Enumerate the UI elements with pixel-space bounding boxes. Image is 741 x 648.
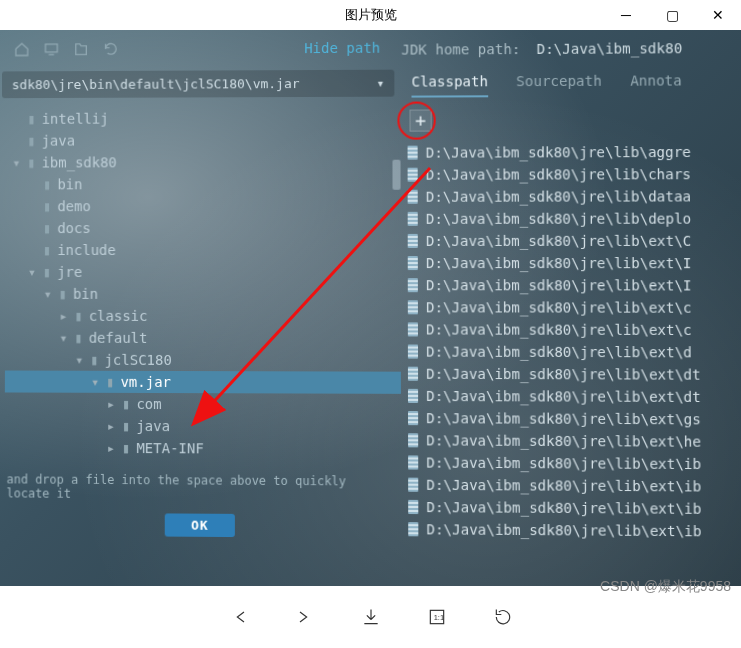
tree-item[interactable]: ▾▮jclSC180: [5, 349, 401, 372]
classpath-entry[interactable]: D:\Java\ibm_sdk80\jre\lib\ext\C: [408, 230, 741, 252]
classpath-text: D:\Java\ibm_sdk80\jre\lib\ext\C: [426, 230, 692, 252]
window-titlebar: 图片预览 ─ ▢ ✕: [0, 0, 741, 30]
classpath-text: D:\Java\ibm_sdk80\jre\lib\ext\ib: [426, 496, 701, 520]
tree-item[interactable]: ▮include: [5, 239, 400, 261]
tree-item[interactable]: ▮java: [6, 129, 401, 152]
refresh-icon[interactable]: [103, 41, 119, 57]
actual-size-icon[interactable]: 1:1: [427, 607, 447, 627]
tree-item[interactable]: ▮bin: [6, 173, 401, 196]
jdk-home-label: JDK home path:: [401, 41, 520, 58]
scrollbar[interactable]: [392, 160, 400, 190]
jar-icon: [408, 522, 418, 536]
classpath-entry[interactable]: D:\Java\ibm_sdk80\jre\lib\ext\ib: [408, 474, 741, 498]
path-dropdown-icon[interactable]: ▾: [376, 76, 384, 91]
jdk-home-value: D:\Java\ibm_sdk80: [537, 40, 683, 57]
jar-icon: [408, 455, 418, 469]
tree-item-selected[interactable]: ▾▮vm.jar: [5, 371, 401, 394]
classpath-entry[interactable]: D:\Java\ibm_sdk80\jre\lib\ext\ib: [408, 518, 741, 543]
next-icon[interactable]: [295, 607, 315, 627]
jar-icon: [408, 212, 418, 226]
classpath-entry[interactable]: D:\Java\ibm_sdk80\jre\lib\ext\he: [408, 429, 741, 453]
classpath-text: D:\Java\ibm_sdk80\jre\lib\deplo: [426, 208, 692, 230]
tree-item[interactable]: ▾▮default: [5, 327, 401, 350]
folder-icon: ▮: [74, 305, 82, 327]
chevron-icon: ▾: [27, 261, 37, 283]
jar-icon: [408, 256, 418, 270]
file-tree[interactable]: ▮intellij ▮java▾▮ibm_sdk80 ▮bin ▮demo ▮d…: [1, 107, 401, 461]
tree-item-label: bin: [57, 173, 82, 195]
classpath-entry[interactable]: D:\Java\ibm_sdk80\jre\lib\ext\dt: [408, 363, 741, 386]
folder-icon: ▮: [43, 173, 51, 195]
tree-item[interactable]: ▸▮META-INF: [5, 436, 401, 460]
tab-sourcepath[interactable]: Sourcepath: [516, 73, 602, 97]
tree-item-label: META-INF: [136, 437, 203, 460]
folder-icon: ▮: [43, 217, 51, 239]
tree-item-label: vm.jar: [120, 371, 170, 394]
classpath-entry[interactable]: D:\Java\ibm_sdk80\jre\lib\ext\c: [408, 318, 741, 341]
tree-item[interactable]: ▮intellij: [6, 107, 401, 130]
classpath-entry[interactable]: D:\Java\ibm_sdk80\jre\lib\aggre: [408, 141, 741, 164]
chevron-icon: ▾: [12, 151, 22, 173]
classpath-entry[interactable]: D:\Java\ibm_sdk80\jre\lib\ext\ib: [408, 451, 741, 475]
tab-annotations[interactable]: Annota: [630, 72, 682, 96]
classpath-text: D:\Java\ibm_sdk80\jre\lib\ext\ib: [426, 451, 701, 475]
tree-item-label: java: [42, 129, 75, 151]
classpath-entry[interactable]: D:\Java\ibm_sdk80\jre\lib\ext\dt: [408, 385, 741, 408]
classpath-entry[interactable]: D:\Java\ibm_sdk80\jre\lib\ext\d: [408, 340, 741, 363]
classpath-list[interactable]: D:\Java\ibm_sdk80\jre\lib\aggreD:\Java\i…: [402, 139, 741, 543]
tree-item[interactable]: ▮demo: [5, 195, 400, 217]
tree-item[interactable]: ▮docs: [5, 217, 400, 239]
folder-icon: ▮: [90, 349, 98, 371]
tree-item-label: bin: [73, 283, 98, 305]
folder-icon: ▮: [27, 108, 35, 130]
classpath-entry[interactable]: D:\Java\ibm_sdk80\jre\lib\deplo: [408, 207, 741, 229]
folder-icon: ▮: [74, 327, 82, 349]
jar-icon: [408, 190, 418, 204]
tree-item-label: com: [136, 393, 161, 416]
path-input[interactable]: sdk80\jre\bin\default\jclSC180\vm.jar ▾: [2, 70, 395, 99]
folder-icon: ▮: [122, 415, 130, 437]
tab-classpath[interactable]: Classpath: [411, 73, 488, 97]
prev-icon[interactable]: [229, 607, 249, 627]
ok-button[interactable]: OK: [165, 513, 235, 537]
folder-icon: ▮: [122, 393, 130, 415]
window-maximize-button[interactable]: ▢: [649, 0, 695, 30]
classpath-text: D:\Java\ibm_sdk80\jre\lib\ext\ib: [426, 474, 701, 498]
tree-item[interactable]: ▸▮java: [5, 414, 401, 438]
add-classpath-button[interactable]: +: [410, 110, 432, 132]
classpath-entry[interactable]: D:\Java\ibm_sdk80\jre\lib\chars: [408, 163, 741, 186]
rotate-icon[interactable]: [493, 607, 513, 627]
home-icon[interactable]: [14, 42, 30, 58]
tree-item-label: ibm_sdk80: [42, 151, 117, 173]
desktop-icon[interactable]: [43, 41, 59, 57]
classpath-text: D:\Java\ibm_sdk80\jre\lib\ext\gs: [426, 407, 701, 430]
tree-item[interactable]: ▾▮ibm_sdk80: [6, 151, 401, 174]
tree-item[interactable]: ▸▮com: [5, 392, 401, 416]
classpath-entry[interactable]: D:\Java\ibm_sdk80\jre\lib\dataa: [408, 185, 741, 208]
project-icon[interactable]: [73, 41, 89, 57]
hide-path-link[interactable]: Hide path: [304, 40, 380, 56]
window-close-button[interactable]: ✕: [695, 0, 741, 30]
sdk-tabs: Classpath Sourcepath Annota: [401, 66, 741, 98]
watermark: CSDN @爆米花9958: [600, 578, 731, 596]
svg-rect-0: [45, 44, 57, 52]
jar-icon: [408, 411, 418, 425]
jar-icon: [408, 146, 418, 160]
chevron-icon: ▸: [106, 393, 116, 415]
classpath-entry[interactable]: D:\Java\ibm_sdk80\jre\lib\ext\c: [408, 296, 741, 319]
classpath-entry[interactable]: D:\Java\ibm_sdk80\jre\lib\ext\ib: [408, 496, 741, 520]
classpath-entry[interactable]: D:\Java\ibm_sdk80\jre\lib\ext\I: [408, 252, 741, 274]
tree-item-label: jre: [57, 261, 82, 283]
download-icon[interactable]: [361, 607, 381, 627]
tree-item[interactable]: ▸▮classic: [5, 305, 401, 328]
tree-item[interactable]: ▾▮bin: [5, 283, 401, 305]
classpath-text: D:\Java\ibm_sdk80\jre\lib\ext\c: [426, 296, 692, 319]
tree-item[interactable]: ▾▮jre: [5, 261, 401, 283]
folder-icon: ▮: [43, 195, 51, 217]
classpath-entry[interactable]: D:\Java\ibm_sdk80\jre\lib\ext\I: [408, 274, 741, 296]
classpath-entry[interactable]: D:\Java\ibm_sdk80\jre\lib\ext\gs: [408, 407, 741, 431]
jar-icon: [408, 500, 418, 514]
svg-text:1:1: 1:1: [433, 613, 443, 622]
chevron-icon: ▾: [90, 371, 100, 393]
window-minimize-button[interactable]: ─: [603, 0, 649, 30]
